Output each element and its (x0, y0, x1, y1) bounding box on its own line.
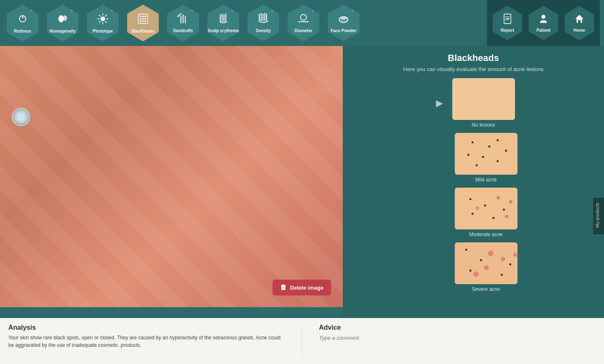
svg-point-20 (142, 20, 144, 22)
svg-rect-41 (504, 14, 511, 24)
my-products-tab[interactable]: My products (593, 198, 604, 234)
divider (302, 324, 302, 358)
acne-row-mild: Mild acne (430, 133, 517, 183)
my-products-label: My products (595, 203, 600, 228)
nav-item-redness[interactable]: ✓ Redness (4, 3, 41, 43)
nav-item-diameter[interactable]: ✓ Diameter (285, 3, 322, 43)
acne-card-mild[interactable]: Mild acne (455, 133, 517, 183)
svg-point-44 (541, 15, 545, 19)
top-navigation: ✓ Redness ✓ Homogeneity ✓ (0, 0, 604, 46)
nav-item-blackheads[interactable]: ✓ Blackheads (125, 3, 161, 43)
main-content: 🗑 Delete image Blackheads Here you can v… (0, 46, 604, 318)
acne-img-severe (455, 242, 517, 284)
svg-point-15 (145, 16, 146, 18)
play-button[interactable]: ▶ (432, 96, 447, 111)
svg-point-18 (145, 18, 146, 20)
svg-point-17 (142, 18, 144, 20)
home-label: Home (573, 28, 585, 33)
svg-line-10 (105, 15, 107, 17)
scalp-erythema-label: Scalp erythema (208, 28, 239, 33)
nav-item-density[interactable]: ✓ Density (245, 3, 282, 43)
acne-label-mild: Mild acne (475, 177, 497, 183)
svg-point-19 (140, 20, 142, 22)
trash-icon: 🗑 (280, 284, 287, 291)
acne-card-no-lesions[interactable]: No lesions (452, 78, 515, 128)
home-icon (574, 13, 585, 27)
svg-point-34 (301, 15, 306, 20)
acne-img-moderate (455, 188, 517, 229)
acne-row-moderate: Moderate acne (430, 188, 517, 237)
blackheads-label: Blackheads (131, 29, 155, 33)
dandruffs-icon (177, 13, 189, 28)
analysis-section: Analysis Your skin show rare black spots… (8, 324, 285, 358)
svg-point-13 (140, 16, 142, 18)
nav-item-scalp-erythema[interactable]: ✓ Scalp erythema (205, 3, 242, 43)
acne-row-no-lesions: ▶ No lesions (432, 78, 515, 128)
panel-title: Blackheads (351, 53, 596, 64)
face-powder-icon (338, 13, 349, 28)
scalp-erythema-icon (217, 13, 229, 28)
svg-point-14 (142, 16, 144, 18)
skin-image-panel: 🗑 Delete image (0, 46, 343, 307)
patient-label: Patient (536, 28, 550, 33)
patient-icon (538, 13, 549, 27)
analysis-panel: Blackheads Here you can visually evaluat… (343, 46, 604, 318)
svg-point-21 (145, 20, 146, 22)
phototype-icon (97, 13, 109, 28)
nav-item-phototype[interactable]: ✓ Phototype (84, 3, 121, 43)
acne-row-severe: Severe acne (430, 242, 517, 292)
svg-point-1 (59, 15, 64, 23)
homogeneity-icon (56, 13, 69, 28)
acne-card-severe[interactable]: Severe acne (455, 242, 517, 292)
acne-levels-grid: ▶ No lesions (351, 78, 596, 292)
acne-card-moderate[interactable]: Moderate acne (455, 188, 517, 237)
delete-image-button[interactable]: 🗑 Delete image (273, 280, 331, 295)
blackheads-icon (137, 13, 149, 28)
analysis-title: Analysis (8, 324, 285, 331)
svg-line-11 (99, 21, 101, 23)
redness-label: Redness (14, 29, 31, 33)
advice-input[interactable] (319, 335, 596, 341)
phototype-label: Phototype (93, 29, 113, 33)
svg-point-3 (100, 16, 105, 21)
svg-line-8 (99, 15, 101, 17)
homogeneity-label: Homogeneity (49, 29, 76, 33)
svg-point-2 (63, 15, 67, 21)
svg-point-40 (341, 17, 347, 20)
dandruffs-label: Dandruffs (173, 28, 193, 33)
svg-point-16 (140, 18, 142, 20)
panel-subtitle: Here you can visually evaluate the amoun… (351, 66, 596, 72)
acne-label-severe: Severe acne (472, 286, 500, 292)
acne-label-no-lesions: No lesions (471, 122, 495, 128)
acne-img-no-lesions (452, 78, 515, 120)
cursor-indicator (12, 108, 30, 126)
nav-item-patient[interactable]: Patient (526, 6, 561, 40)
svg-marker-45 (575, 15, 584, 23)
report-label: Report (501, 28, 514, 33)
nav-item-dandruffs[interactable]: ✓ Dandruffs (165, 3, 201, 43)
acne-img-mild (455, 133, 517, 175)
nav-item-face-powder[interactable]: ✓ Face Powder (325, 3, 362, 43)
diameter-label: Diameter (295, 28, 313, 33)
svg-line-9 (105, 21, 107, 23)
density-icon (257, 13, 269, 28)
utility-navigation: Report Patient Ho (487, 0, 600, 46)
nav-item-homogeneity[interactable]: ✓ Homogeneity (44, 3, 81, 43)
acne-label-moderate: Moderate acne (469, 232, 502, 237)
face-powder-label: Face Powder (331, 28, 357, 33)
diameter-icon (298, 13, 309, 28)
report-icon (502, 13, 513, 27)
advice-section: Advice (319, 324, 596, 358)
bottom-analysis-bar: Analysis Your skin show rare black spots… (0, 318, 604, 364)
density-label: Density (256, 28, 271, 33)
nav-item-report[interactable]: Report (490, 6, 525, 40)
redness-icon (16, 13, 29, 28)
analysis-text: Your skin show rare black spots, open or… (8, 334, 285, 349)
nav-item-home[interactable]: Home (562, 6, 596, 40)
advice-title: Advice (319, 324, 596, 331)
